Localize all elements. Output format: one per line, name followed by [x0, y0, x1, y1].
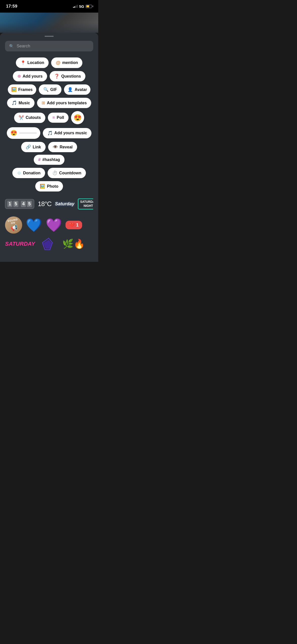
like-heart-icon: ❤️: [69, 222, 75, 228]
add-music-icon: 🎵: [47, 131, 53, 136]
search-input[interactable]: Search: [17, 44, 30, 49]
cutouts-sticker[interactable]: ✂️ Cutouts: [14, 113, 45, 123]
photo-icon: 🖼️: [40, 184, 45, 189]
countdown-icon: ⏱️: [52, 170, 57, 176]
sheet-handle[interactable]: [45, 36, 54, 37]
add-yours-music-label: Add yours music: [54, 131, 87, 135]
questions-icon: ❓: [54, 74, 59, 79]
avatar-icon: 👤: [68, 87, 73, 92]
search-bar[interactable]: 🔍 Search: [5, 41, 93, 51]
gif-search-icon: 🔍: [43, 87, 49, 92]
suggestions-row-2: SOUNDON 📢 💙 💜 ❤️ 1: [5, 212, 93, 236]
time-separator: [19, 201, 20, 207]
sticker-row-6: 😍 🎵 Add yours music: [7, 127, 92, 139]
reveal-sticker[interactable]: 👁️ Reveal: [48, 142, 77, 152]
suggestions-row-1: 1 5 4 5 18°C Saturday SATURDAYNIGHT: [5, 199, 93, 211]
battery-icon: [86, 5, 93, 8]
countdown-label: Countdown: [59, 171, 81, 175]
mention-icon: @: [56, 60, 60, 66]
add-yours-templates-label: Add yours templates: [47, 101, 87, 105]
time-sticker[interactable]: 1 5 4 5: [5, 199, 34, 209]
plants-sticker[interactable]: 🌿🔥: [62, 239, 85, 249]
poll-label: Poll: [57, 115, 64, 120]
emoji-face-icon: 😍: [10, 130, 17, 136]
sticker-row-8: ☺ Donation ⏱️ Countdown: [12, 168, 86, 178]
time-block-m1: 4: [21, 201, 26, 207]
avatar-label: Avatar: [75, 87, 87, 92]
add-yours-label: Add yours: [23, 74, 43, 79]
network-label: 5G: [79, 4, 84, 9]
location-sticker[interactable]: 📍 Location: [16, 57, 49, 68]
blue-heart-sticker[interactable]: 💙: [26, 217, 42, 233]
temperature-sticker[interactable]: 18°C: [38, 200, 51, 208]
photo-label: Photo: [47, 184, 58, 189]
location-icon: 📍: [20, 60, 26, 66]
time-block-h2: 5: [13, 201, 18, 207]
purple-heart-sticker[interactable]: 💜: [46, 217, 62, 233]
add-yours-icon: ⊕: [17, 74, 21, 79]
photo-sticker[interactable]: 🖼️ Photo: [35, 181, 63, 191]
sound-on-sticker[interactable]: SOUNDON 📢: [5, 216, 22, 234]
questions-sticker[interactable]: ❓ Questions: [50, 71, 85, 81]
donation-sticker[interactable]: ☺ Donation: [12, 168, 45, 178]
reveal-label: Reveal: [60, 145, 73, 149]
avatar-sticker[interactable]: 👤 Avatar: [64, 84, 90, 95]
add-templates-icon: ⊞: [42, 100, 45, 106]
countdown-sticker[interactable]: ⏱️ Countdown: [48, 168, 86, 178]
donation-label: Donation: [23, 171, 41, 175]
sticker-row-7: 🔗 Link 👁️ Reveal # #hashtag: [5, 142, 93, 165]
add-yours-music-sticker[interactable]: 🎵 Add yours music: [43, 128, 92, 138]
reveal-icon: 👁️: [53, 144, 58, 150]
mention-sticker[interactable]: @ mention: [51, 57, 82, 68]
add-yours-templates-sticker[interactable]: ⊞ Add yours templates: [37, 98, 91, 108]
sticker-row-1: 📍 Location @ mention: [16, 57, 82, 68]
gif-sticker[interactable]: 🔍 GIF: [39, 84, 62, 95]
signal-icon: [73, 5, 78, 8]
sticker-picker-sheet: 🔍 Search 📍 Location @ mention ⊕ Add your…: [0, 33, 98, 262]
like-badge-sticker[interactable]: ❤️ 1: [65, 221, 82, 229]
sticker-row-3: 🖼️ Frames 🔍 GIF 👤 Avatar: [8, 84, 91, 95]
cutouts-icon: ✂️: [19, 115, 24, 120]
cutouts-label: Cutouts: [26, 115, 41, 120]
frames-label: Frames: [18, 87, 33, 92]
sticker-row-9: 🖼️ Photo: [35, 181, 63, 191]
emoji-sticker-circle[interactable]: 😍: [71, 111, 84, 124]
donation-icon: ☺: [17, 171, 21, 176]
saturday-sticker[interactable]: Saturday: [55, 201, 74, 207]
background-photo: [0, 13, 98, 33]
link-icon: 🔗: [26, 144, 31, 150]
mention-label: mention: [62, 60, 78, 65]
hashtag-label: #hashtag: [42, 157, 60, 162]
music-icon: 🎵: [12, 100, 17, 106]
sticker-row-4: 🎵 Music ⊞ Add yours templates: [7, 98, 91, 108]
saturday-pink-sticker[interactable]: SATURDAY: [5, 241, 35, 247]
suggestions-row-3: SATURDAY 🌿🔥: [5, 236, 93, 254]
hashtag-sticker[interactable]: # #hashtag: [34, 155, 65, 165]
poll-sticker[interactable]: ≡ Poll: [48, 113, 69, 123]
status-bar: 17:59 5G: [0, 0, 98, 13]
frames-sticker[interactable]: 🖼️ Frames: [8, 84, 36, 95]
gif-label: GIF: [50, 87, 57, 92]
music-label: Music: [19, 101, 30, 105]
status-icons: 5G: [73, 4, 93, 9]
search-icon: 🔍: [9, 44, 14, 49]
hashtag-icon: #: [38, 157, 41, 162]
music-sticker[interactable]: 🎵 Music: [7, 98, 35, 108]
saturday-night-sticker[interactable]: SATURDAYNIGHT: [78, 199, 93, 209]
like-count: 1: [76, 222, 79, 228]
questions-label: Questions: [61, 74, 81, 79]
sticker-row-2: ⊕ Add yours ❓ Questions: [13, 71, 85, 81]
link-label: Link: [33, 145, 41, 149]
emoji-bar-sticker[interactable]: 😍: [7, 127, 40, 139]
time-block-m2: 5: [27, 201, 32, 207]
abstract-sticker[interactable]: [39, 238, 59, 250]
sticker-row-5: ✂️ Cutouts ≡ Poll 😍: [14, 111, 84, 124]
sticker-grid: 📍 Location @ mention ⊕ Add yours ❓ Quest…: [5, 57, 93, 191]
poll-icon: ≡: [52, 115, 55, 120]
frames-icon: 🖼️: [11, 87, 17, 92]
add-yours-sticker[interactable]: ⊕ Add yours: [13, 71, 47, 81]
link-sticker[interactable]: 🔗 Link: [21, 142, 46, 152]
time-block-h1: 1: [7, 201, 12, 207]
emoji-slider: [19, 133, 37, 134]
status-time: 17:59: [6, 4, 17, 9]
